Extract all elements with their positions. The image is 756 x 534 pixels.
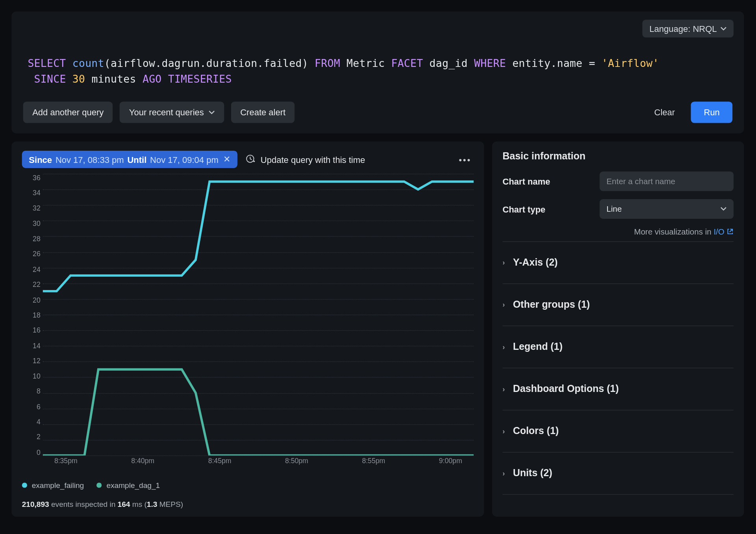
chevron-right-icon: › [502,427,505,436]
y-tick: 16 [22,326,41,334]
language-label: Language: NRQL [649,24,717,33]
accordion: ›Y-Axis (2)›Other groups (1)›Legend (1)›… [502,241,734,495]
clear-button[interactable]: Clear [645,102,684,123]
chevron-down-icon [720,24,726,33]
plot-area [43,174,474,456]
y-tick: 6 [22,403,41,411]
io-link[interactable]: I/O [713,227,734,236]
accordion-label: Dashboard Options (1) [513,383,619,395]
y-tick: 24 [22,265,41,273]
y-tick: 30 [22,220,41,228]
language-selector[interactable]: Language: NRQL [643,20,734,37]
legend-item[interactable]: example_dag_1 [96,481,160,490]
query-stats: 210,893 events inspected in 164 ms (1.3 … [22,500,474,508]
more-visualizations: More visualizations in I/O [502,227,734,237]
x-tick: 9:00pm [439,456,462,468]
legend-label: example_failing [32,481,84,490]
run-button[interactable]: Run [691,102,732,123]
x-axis: 8:35pm8:40pm8:45pm8:50pm8:55pm9:00pm [43,456,474,468]
chevron-down-icon [720,204,726,213]
y-tick: 12 [22,357,41,365]
legend: example_failingexample_dag_1 [22,481,474,490]
y-tick: 8 [22,388,41,396]
y-tick: 4 [22,418,41,426]
recent-queries-button[interactable]: Your recent queries [120,102,224,123]
x-tick: 8:45pm [208,456,232,468]
chevron-down-icon [209,107,215,117]
more-menu-icon[interactable]: ••• [456,154,474,164]
accordion-label: Y-Axis (2) [513,257,558,268]
accordion-item[interactable]: ›Other groups (1) [502,284,734,326]
accordion-item[interactable]: ›Units (2) [502,453,734,495]
x-tick: 8:35pm [54,456,78,468]
accordion-item[interactable]: ›Y-Axis (2) [502,242,734,284]
chart-type-label: Chart type [502,204,589,214]
chart-name-input[interactable] [600,172,734,191]
query-actions: Add another query Your recent queries Cr… [23,98,732,123]
accordion-label: Units (2) [513,467,552,479]
accordion-label: Legend (1) [513,341,563,353]
y-tick: 18 [22,311,41,320]
section-title: Basic information [502,151,734,162]
accordion-item[interactable]: ›Dashboard Options (1) [502,368,734,410]
query-editor[interactable]: SELECT count(airflow.dagrun.duration.fai… [23,21,732,98]
y-tick: 14 [22,342,41,350]
y-tick: 36 [22,174,41,182]
y-tick: 32 [22,204,41,212]
y-tick: 0 [22,449,41,457]
external-link-icon [726,227,734,237]
legend-swatch [96,482,102,488]
y-tick: 2 [22,433,41,442]
legend-swatch [22,482,27,488]
query-panel: Language: NRQL SELECT count(airflow.dagr… [11,11,744,133]
add-query-button[interactable]: Add another query [23,102,113,123]
x-tick: 8:55pm [362,456,385,468]
chart-panel: Since Nov 17, 08:33 pm Until Nov 17, 09:… [11,141,484,517]
chevron-right-icon: › [502,385,505,393]
y-tick: 22 [22,281,41,289]
y-tick: 34 [22,189,41,197]
chevron-right-icon: › [502,259,505,267]
legend-item[interactable]: example_failing [22,481,84,490]
y-tick: 20 [22,296,41,304]
time-range-pill[interactable]: Since Nov 17, 08:33 pm Until Nov 17, 09:… [22,151,237,168]
y-tick: 28 [22,235,41,243]
settings-panel: Basic information Chart name Chart type … [492,141,744,517]
chevron-right-icon: › [502,301,505,309]
chart[interactable]: 363432302826242220181614121086420 8:35pm… [22,174,474,468]
chevron-right-icon: › [502,469,505,478]
chevron-right-icon: › [502,343,505,351]
y-tick: 26 [22,250,41,258]
update-query-time-button[interactable]: Update query with this time [246,153,365,165]
chart-name-label: Chart name [502,176,589,186]
y-tick: 10 [22,372,41,381]
accordion-label: Other groups (1) [513,299,590,310]
legend-label: example_dag_1 [106,481,160,490]
y-axis: 363432302826242220181614121086420 [22,174,41,457]
x-tick: 8:40pm [131,456,154,468]
accordion-item[interactable]: ›Legend (1) [502,326,734,368]
create-alert-button[interactable]: Create alert [231,102,295,123]
close-icon[interactable]: ✕ [222,154,232,164]
accordion-label: Colors (1) [513,425,559,437]
x-tick: 8:50pm [285,456,308,468]
chart-type-select[interactable]: Line [600,199,734,219]
accordion-item[interactable]: ›Colors (1) [502,410,734,453]
clock-icon [246,153,256,165]
